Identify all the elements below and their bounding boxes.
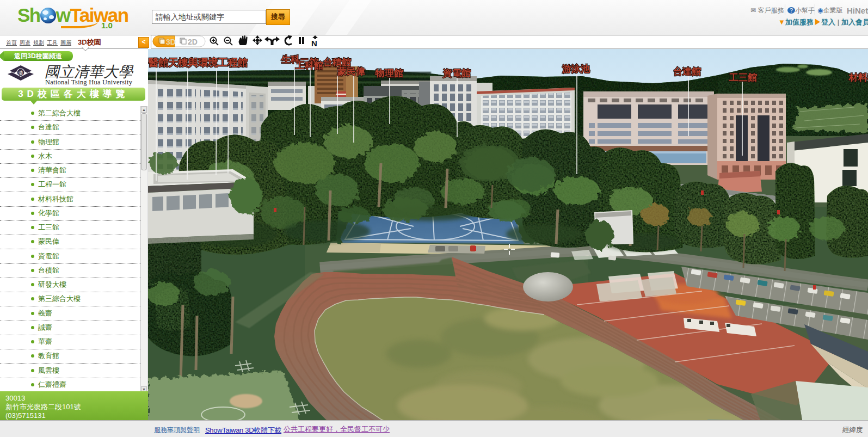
svg-text:N: N <box>311 39 317 48</box>
svg-text:國立清華大學: 國立清華大學 <box>45 64 134 80</box>
svg-text:材料科: 材料科 <box>848 72 868 83</box>
svg-text:游泳池: 游泳池 <box>562 64 590 74</box>
svg-text:醫館天樓與環境工程館: 醫館天樓與環境工程館 <box>149 57 248 68</box>
svg-text:清: 清 <box>18 70 23 76</box>
svg-text:蒙民偉: 蒙民偉 <box>337 66 365 77</box>
svg-text:2D: 2D <box>188 38 198 46</box>
svg-text:資電館: 資電館 <box>442 68 471 78</box>
svg-text:National Tsing Hua University: National Tsing Hua University <box>45 78 133 86</box>
svg-text:工科館: 工科館 <box>295 60 323 71</box>
svg-text:台達館: 台達館 <box>673 66 701 77</box>
svg-text:3D: 3D <box>166 38 176 46</box>
svg-text:物理館: 物理館 <box>375 68 403 78</box>
svg-text:工三館: 工三館 <box>729 72 757 83</box>
